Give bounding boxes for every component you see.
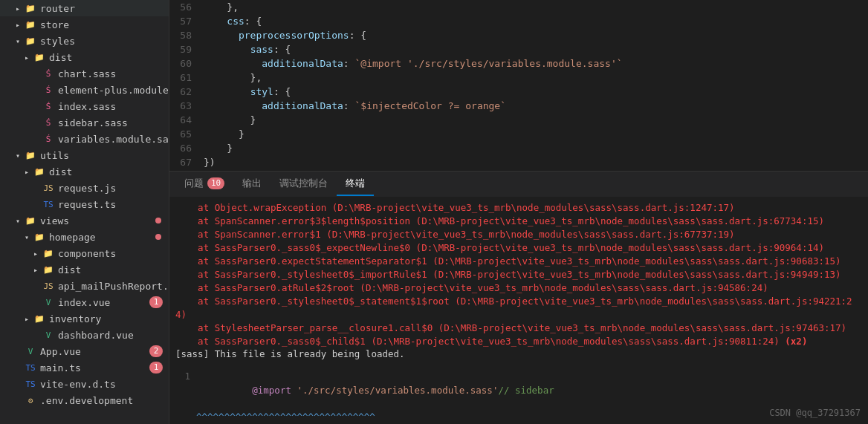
sidebar-item-styles[interactable]: 📁 styles: [0, 33, 169, 49]
sass-file-icon: Ś: [42, 69, 55, 79]
folder-icon: 📁: [33, 232, 46, 242]
sidebar-item-label: dashboard.vue: [58, 330, 134, 341]
js-file-icon: JS: [42, 281, 55, 291]
sass-file-icon: Ś: [42, 118, 55, 128]
tab-problems[interactable]: 问题 10: [175, 172, 233, 196]
error-line: at SassParser0._stylesheet0$_statement$1…: [175, 295, 862, 322]
code-line-60: 60 additionalData: `@import './src/style…: [169, 56, 868, 71]
code-line-64: 64 }: [169, 113, 868, 127]
sidebar-item-utils-dist[interactable]: 📁 dist: [0, 163, 169, 180]
line-number: 66: [169, 141, 201, 155]
sidebar-item-index-vue[interactable]: V index.vue 1: [0, 294, 169, 310]
problems-badge: 10: [207, 177, 224, 189]
code-line-56: 56 },: [169, 0, 868, 14]
sidebar-item-app-vue[interactable]: V App.vue 2: [0, 343, 169, 359]
tab-output[interactable]: 输出: [233, 172, 271, 196]
sidebar-item-dashboard-vue[interactable]: V dashboard.vue: [0, 327, 169, 343]
code-content: preprocessorOptions: {: [201, 28, 868, 42]
sass-file-icon: Ś: [42, 85, 55, 95]
code-content: styl: {: [201, 85, 868, 99]
sidebar-item-label: homepage: [49, 232, 96, 243]
sidebar-item-label: dist: [49, 52, 72, 63]
sidebar-item-env-dev[interactable]: ⚙ .env.development: [0, 392, 169, 408]
error-line-x2: at SassParser0._sass0$_child$1 (D:\MRB-p…: [175, 335, 862, 348]
line-number: 59: [169, 42, 201, 56]
vue-file-icon: V: [42, 298, 55, 307]
code-line-59: 59 sass: {: [169, 42, 868, 56]
sidebar-item-label: request.ts: [58, 199, 116, 210]
terminal-tabs-bar: 问题 10 输出 调试控制台 终端: [169, 171, 868, 197]
line-number: 67: [169, 155, 201, 169]
chevron-styles: [12, 37, 24, 45]
code-content: additionalData: `$injectedColor ?= orang…: [201, 99, 868, 113]
env-file-icon: ⚙: [24, 396, 37, 405]
sidebar-item-inventory[interactable]: 📁 inventory: [0, 310, 169, 327]
code-editor[interactable]: 56 }, 57 css: { 58 preprocessorOptions: …: [169, 0, 868, 171]
sidebar-item-chart-sass[interactable]: Ś chart.sass: [0, 65, 169, 82]
sidebar-item-label: router: [40, 3, 75, 14]
sidebar-item-sidebar-sass[interactable]: Ś sidebar.sass: [0, 114, 169, 131]
sidebar-item-request-js[interactable]: JS request.js: [0, 180, 169, 196]
chevron-views: [12, 217, 24, 225]
sidebar-item-label: dist: [49, 166, 72, 177]
sidebar-item-label: variables.module.sass: [58, 134, 169, 145]
sidebar-item-homepage-dist[interactable]: 📁 dist: [0, 261, 169, 278]
code-line-62: 62 styl: {: [169, 85, 868, 99]
line-number: 64: [169, 113, 201, 127]
sidebar-item-label: dist: [58, 264, 81, 275]
sidebar-item-components[interactable]: 📁 components: [0, 245, 169, 261]
sidebar-item-label: element-plus.module.sass: [58, 85, 169, 96]
sass-import-line: 1 @import './src/styles/variables.module…: [175, 371, 862, 411]
sidebar-item-homepage[interactable]: 📁 homepage: [0, 229, 169, 245]
vue-file-icon: V: [24, 347, 37, 356]
error-dot: [155, 234, 161, 240]
chevron-homepage-dist: [30, 266, 42, 274]
sidebar-item-views[interactable]: 📁 views: [0, 212, 169, 229]
sass-already-loaded: [sass] This file is already being loaded…: [175, 348, 862, 359]
sidebar-item-styles-dist[interactable]: 📁 dist: [0, 49, 169, 65]
watermark: CSDN @qq_37291367: [769, 408, 861, 418]
line-number: 61: [169, 71, 201, 85]
code-line-65: 65 }: [169, 127, 868, 141]
sidebar-item-variables-sass[interactable]: Ś variables.module.sass: [0, 131, 169, 147]
sidebar-item-store[interactable]: 📁 store: [0, 16, 169, 33]
sidebar-item-label: chart.sass: [58, 68, 116, 79]
sidebar-item-utils[interactable]: 📁 utils: [0, 147, 169, 163]
line-number: 60: [169, 56, 201, 71]
sidebar-item-request-ts[interactable]: TS request.ts: [0, 196, 169, 212]
sass-file-icon: Ś: [42, 102, 55, 111]
sidebar-item-router[interactable]: 📁 router: [0, 0, 169, 16]
ts-file-icon: TS: [24, 363, 37, 373]
error-badge: 2: [149, 345, 163, 357]
code-line-58: 58 preprocessorOptions: {: [169, 28, 868, 42]
code-content: }: [201, 141, 868, 155]
sidebar-item-api-mail[interactable]: JS api_mailPushReport.js: [0, 278, 169, 294]
line-number: 62: [169, 85, 201, 99]
tab-debug[interactable]: 调试控制台: [271, 172, 337, 196]
folder-icon: 📁: [33, 53, 46, 62]
error-line: at StylesheetParser_parse__closure1.call…: [175, 322, 862, 335]
code-line-61: 61 },: [169, 71, 868, 85]
main-panel: 56 }, 57 css: { 58 preprocessorOptions: …: [169, 0, 868, 424]
folder-icon: 📁: [24, 20, 37, 30]
code-line-67: 67 }): [169, 155, 868, 169]
terminal-output[interactable]: at Object.wrapException (D:\MRB-project\…: [169, 197, 868, 424]
code-content: sass: {: [201, 42, 868, 56]
sidebar-item-label: utils: [40, 150, 69, 161]
sidebar-item-index-sass[interactable]: Ś index.sass: [0, 98, 169, 114]
tab-terminal[interactable]: 终端: [337, 172, 374, 196]
sidebar-item-element-sass[interactable]: Ś element-plus.module.sass: [0, 82, 169, 98]
folder-icon: 📁: [24, 36, 37, 46]
error-line: at SpanScanner.error$3$length$position (…: [175, 215, 862, 228]
sidebar-item-vite-env[interactable]: TS vite-env.d.ts: [0, 376, 169, 392]
code-content: css: {: [201, 14, 868, 28]
sidebar-item-label: components: [58, 248, 116, 259]
sidebar-item-label: inventory: [49, 313, 101, 324]
error-line: at SassParser0.atRule$2$root (D:\MRB-pro…: [175, 281, 862, 295]
sidebar-item-main-ts[interactable]: TS main.ts 1: [0, 359, 169, 376]
line-number: 58: [169, 28, 201, 42]
error-dot: [155, 218, 161, 224]
sidebar-item-label: index.vue: [58, 297, 110, 308]
error-badge: 1: [149, 362, 163, 374]
chevron-store: [12, 21, 24, 29]
